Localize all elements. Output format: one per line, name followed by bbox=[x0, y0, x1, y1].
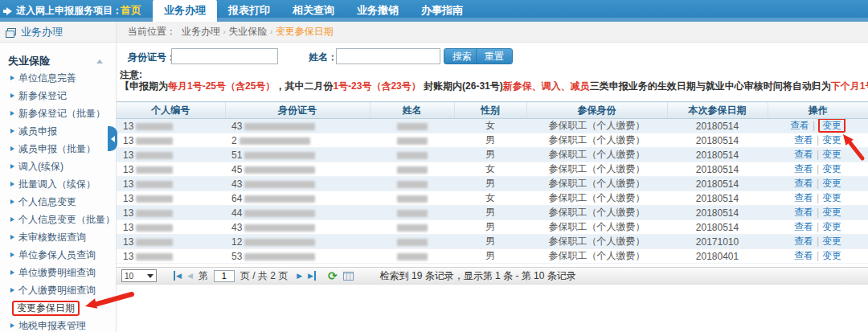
sidebar-item-6[interactable]: 调入(续保) bbox=[0, 158, 117, 175]
first-page-button[interactable]: ◀ bbox=[174, 271, 182, 281]
cell-date: 20180401 bbox=[667, 249, 768, 264]
cell-id-number: 64 bbox=[225, 191, 370, 206]
link-separator: | bbox=[817, 250, 819, 261]
cell-id-number: 43 bbox=[225, 119, 370, 133]
view-link[interactable]: 查看 bbox=[794, 163, 813, 174]
view-link[interactable]: 查看 bbox=[794, 207, 813, 218]
sidebar-collapse-handle[interactable] bbox=[108, 126, 117, 151]
sidebar-item-7[interactable]: 批量调入（续保） bbox=[0, 175, 117, 193]
cell-name bbox=[370, 119, 454, 133]
tab-5[interactable]: 业务撤销 bbox=[346, 0, 410, 22]
cell-personal-number: 13 bbox=[117, 191, 225, 206]
notice-segment-7: 三类申报业务的生效日期与就业中心审核时间将自动归为 bbox=[590, 80, 831, 92]
id-number-label: 身份证号： bbox=[128, 51, 176, 64]
sidebar-item-8[interactable]: 个人信息变更 bbox=[0, 193, 117, 211]
cell-operations: 查看|变更 bbox=[768, 177, 868, 191]
collapse-left-icon bbox=[111, 136, 115, 142]
page-number-input[interactable] bbox=[214, 270, 235, 282]
redacted-blur bbox=[244, 195, 315, 203]
cell-name bbox=[370, 191, 454, 206]
sidebar-item-11[interactable]: 单位参保人员查询 bbox=[0, 246, 117, 264]
table-view-icon[interactable] bbox=[343, 272, 354, 281]
refresh-icon[interactable]: ⟳ bbox=[328, 269, 338, 282]
view-link[interactable]: 查看 bbox=[794, 134, 813, 146]
notice-segment-6: 新参保、调入、减员 bbox=[503, 80, 590, 92]
tab-1[interactable]: 首页 bbox=[109, 0, 153, 22]
view-link[interactable]: 查看 bbox=[794, 221, 813, 232]
cell-identity: 参保职工（个人缴费） bbox=[526, 133, 667, 148]
tab-2[interactable]: 业务办理 bbox=[153, 0, 217, 22]
sidebar-item-10[interactable]: 未审核数据查询 bbox=[0, 228, 117, 246]
change-link[interactable]: 变更 bbox=[822, 221, 841, 232]
cell-identity: 参保职工（个人缴费） bbox=[526, 162, 667, 177]
change-link[interactable]: 变更 bbox=[822, 163, 841, 174]
change-link[interactable]: 变更 bbox=[822, 207, 841, 218]
sidebar-item-label: 批量调入（续保） bbox=[18, 178, 96, 191]
view-link[interactable]: 查看 bbox=[794, 250, 813, 261]
sidebar-item-3[interactable]: 新参保登记（批量） bbox=[0, 105, 117, 122]
pagination-status: 检索到 19 条记录，显示第 1 条 - 第 10 条记录 bbox=[380, 269, 576, 283]
next-page-button[interactable]: ▶ bbox=[297, 271, 302, 281]
view-link[interactable]: 查看 bbox=[794, 192, 813, 203]
item-arrow-icon bbox=[10, 288, 14, 293]
redacted-blur bbox=[136, 166, 173, 174]
change-link[interactable]: 变更 bbox=[822, 192, 841, 203]
cell-name bbox=[370, 162, 454, 177]
tab-6[interactable]: 办事指南 bbox=[410, 0, 474, 22]
change-link[interactable]: 变更 bbox=[818, 119, 845, 133]
change-link[interactable]: 变更 bbox=[822, 236, 841, 247]
id-number-prefix: 45 bbox=[231, 164, 242, 175]
cell-personal-number: 13 bbox=[117, 119, 225, 133]
cell-id-number: 45 bbox=[225, 162, 370, 177]
table-row: 1312男参保职工（个人缴费）20171010查看|变更 bbox=[117, 235, 868, 249]
cell-date: 20180514 bbox=[667, 220, 768, 235]
sidebar-item-label: 未审核数据查询 bbox=[18, 231, 86, 244]
sidebar-item-label: 个人信息变更（批量） bbox=[18, 213, 115, 227]
tab-4[interactable]: 相关查询 bbox=[281, 0, 346, 22]
cell-name bbox=[370, 177, 454, 191]
sidebar-item-13[interactable]: 个人缴费明细查询 bbox=[0, 281, 117, 299]
redacted-blur bbox=[397, 239, 428, 246]
redacted-blur bbox=[397, 253, 428, 260]
change-link[interactable]: 变更 bbox=[822, 178, 841, 189]
sidebar-item-9[interactable]: 个人信息变更（批量） bbox=[0, 211, 117, 228]
cell-name bbox=[370, 133, 454, 148]
personal-number-prefix: 13 bbox=[123, 150, 133, 161]
name-input[interactable] bbox=[336, 48, 440, 64]
breadcrumb-item-1[interactable]: 业务办理 bbox=[182, 26, 223, 37]
last-page-button[interactable]: ▶ bbox=[308, 271, 316, 281]
id-number-input[interactable] bbox=[171, 48, 278, 64]
sidebar-item-2[interactable]: 新参保登记 bbox=[0, 87, 117, 105]
view-link[interactable]: 查看 bbox=[794, 149, 813, 160]
breadcrumb-item-2[interactable]: 失业保险 bbox=[226, 26, 270, 37]
table-body: 1343女参保职工（个人缴费）20180514查看|变更132男参保职工（个人缴… bbox=[117, 119, 868, 264]
sidebar-item-12[interactable]: 单位缴费明细查询 bbox=[0, 264, 117, 281]
sidebar-item-label: 地税申报表管理 bbox=[18, 319, 86, 332]
sidebar-item-1[interactable]: 单位信息完善 bbox=[0, 69, 117, 87]
view-link[interactable]: 查看 bbox=[790, 120, 809, 131]
personal-number-prefix: 13 bbox=[123, 193, 133, 204]
sidebar-item-15[interactable]: 地税申报表管理 bbox=[0, 317, 117, 332]
redacted-blur bbox=[397, 123, 428, 130]
sidebar-item-14[interactable]: 变更参保日期 bbox=[0, 299, 117, 317]
prev-page-button[interactable]: ◀ bbox=[187, 271, 193, 281]
cell-name bbox=[370, 220, 454, 235]
breadcrumb-item-3[interactable]: 变更参保日期 bbox=[272, 26, 333, 37]
redacted-blur bbox=[244, 224, 315, 232]
view-link[interactable]: 查看 bbox=[794, 178, 813, 189]
redacted-blur bbox=[136, 152, 173, 159]
page-size-select[interactable]: 10 bbox=[121, 269, 157, 282]
sidebar-item-5[interactable]: 减员申报（批量） bbox=[0, 140, 117, 158]
cell-operations: 查看|变更 bbox=[768, 148, 868, 162]
change-link[interactable]: 变更 bbox=[822, 134, 841, 146]
redacted-blur bbox=[136, 210, 173, 217]
change-link[interactable]: 变更 bbox=[822, 149, 841, 160]
change-link[interactable]: 变更 bbox=[822, 250, 841, 261]
tab-3[interactable]: 报表打印 bbox=[217, 0, 281, 22]
sidebar-section-unemployment-insurance[interactable]: 失业保险 bbox=[8, 53, 116, 69]
sidebar-item-4[interactable]: 减员申报 bbox=[0, 122, 117, 140]
reset-button[interactable]: 重置 bbox=[476, 48, 513, 64]
personal-number-prefix: 13 bbox=[123, 121, 133, 132]
redacted-blur bbox=[136, 224, 173, 232]
view-link[interactable]: 查看 bbox=[794, 236, 813, 247]
